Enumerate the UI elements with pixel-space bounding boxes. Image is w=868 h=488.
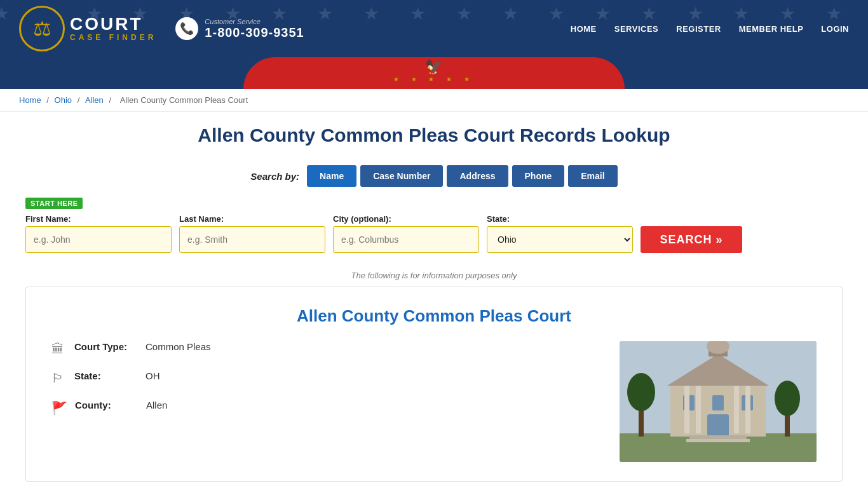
main-nav: HOME SERVICES REGISTER MEMBER HELP LOGIN <box>571 24 849 34</box>
first-name-label: First Name: <box>25 214 172 224</box>
tab-email[interactable]: Email <box>568 165 617 187</box>
court-details-row: 🏛 Court Type: Common Pleas 🏳 State: OH 🚩… <box>51 341 817 462</box>
cs-label: Customer Service <box>205 18 304 25</box>
city-input[interactable] <box>333 226 479 253</box>
nav-register[interactable]: REGISTER <box>676 24 721 34</box>
info-note: The following is for information purpose… <box>25 271 843 280</box>
logo-sub-text: CASE FINDER <box>70 33 156 42</box>
first-name-input[interactable] <box>25 226 172 253</box>
court-county-value: Allen <box>146 400 167 410</box>
court-type-icon: 🏛 <box>51 342 67 356</box>
court-county-icon: 🚩 <box>51 400 67 416</box>
nav-home[interactable]: HOME <box>571 24 597 34</box>
svg-rect-16 <box>734 386 739 433</box>
last-name-input[interactable] <box>179 226 325 253</box>
tab-phone[interactable]: Phone <box>512 165 565 187</box>
logo-court-text: COURT <box>70 15 156 33</box>
tab-address[interactable]: Address <box>447 165 508 187</box>
page-title: Allen County Common Pleas Court Records … <box>25 125 843 146</box>
court-county-item: 🚩 County: Allen <box>51 400 600 416</box>
svg-rect-17 <box>745 386 750 433</box>
svg-rect-11 <box>712 395 724 410</box>
last-name-group: Last Name: <box>179 214 325 253</box>
cs-phone: 1-800-309-9351 <box>205 25 304 40</box>
site-header: COURT CASE FINDER 📞 Customer Service 1-8… <box>0 0 868 57</box>
first-name-group: First Name: <box>25 214 172 253</box>
main-content: Allen County Common Pleas Court Records … <box>0 112 868 488</box>
svg-rect-15 <box>696 386 701 433</box>
svg-rect-13 <box>707 414 729 437</box>
eagle-icon: 🦅 <box>375 59 493 76</box>
svg-rect-19 <box>686 439 750 442</box>
svg-point-3 <box>627 373 655 411</box>
svg-rect-14 <box>684 386 689 433</box>
breadcrumb-sep-1: / <box>46 95 51 105</box>
breadcrumb: Home / Ohio / Allen / Allen County Commo… <box>0 89 868 112</box>
stars-bottom-row: ★ ★ ★ ★ ★ <box>375 76 493 83</box>
court-county-label: County: <box>75 400 139 410</box>
eagle-badge: ★ ★ ★ ★ ★ ★ 🦅 ★ ★ ★ ★ ★ <box>375 57 493 83</box>
svg-rect-18 <box>689 435 747 439</box>
court-state-icon: 🏳 <box>51 371 67 386</box>
search-button[interactable]: SEARCH » <box>641 226 742 253</box>
breadcrumb-allen[interactable]: Allen <box>85 95 104 105</box>
breadcrumb-sep-2: / <box>78 95 82 105</box>
state-label: State: <box>487 214 633 224</box>
nav-login[interactable]: LOGIN <box>821 24 849 34</box>
start-here-badge: START HERE <box>25 198 83 209</box>
city-group: City (optional): <box>333 214 479 253</box>
courthouse-svg <box>620 341 817 462</box>
breadcrumb-current: Allen County Common Pleas Court <box>120 95 248 105</box>
city-label: City (optional): <box>333 214 479 224</box>
breadcrumb-ohio[interactable]: Ohio <box>55 95 72 105</box>
state-select[interactable]: Ohio Alabama Alaska Arizona Arkansas Cal… <box>487 226 633 253</box>
breadcrumb-home[interactable]: Home <box>19 95 41 105</box>
nav-services[interactable]: SERVICES <box>614 24 659 34</box>
tab-name[interactable]: Name <box>307 165 356 187</box>
last-name-label: Last Name: <box>179 214 325 224</box>
court-state-item: 🏳 State: OH <box>51 370 600 386</box>
court-state-label: State: <box>74 370 138 381</box>
state-group: State: Ohio Alabama Alaska Arizona Arkan… <box>487 214 633 253</box>
logo-text: COURT CASE FINDER <box>70 15 156 42</box>
search-form-area: START HERE First Name: Last Name: City (… <box>25 197 843 259</box>
nav-member-help[interactable]: MEMBER HELP <box>739 24 804 34</box>
court-info-card: Allen County Common Pleas Court 🏛 Court … <box>25 287 843 482</box>
tab-case-number[interactable]: Case Number <box>360 165 443 187</box>
logo-circle-icon <box>19 6 65 51</box>
header-ribbon: ★ ★ ★ ★ ★ ★ 🦅 ★ ★ ★ ★ ★ <box>0 57 868 89</box>
logo-area: COURT CASE FINDER <box>19 6 156 51</box>
search-by-row: Search by: Name Case Number Address Phon… <box>25 165 843 187</box>
court-state-value: OH <box>146 370 160 381</box>
court-type-item: 🏛 Court Type: Common Pleas <box>51 341 600 356</box>
search-by-label: Search by: <box>250 171 299 182</box>
form-row: First Name: Last Name: City (optional): … <box>25 214 843 253</box>
breadcrumb-sep-3: / <box>109 95 113 105</box>
court-card-title: Allen County Common Pleas Court <box>51 306 817 326</box>
cs-text: Customer Service 1-800-309-9351 <box>205 18 304 40</box>
court-type-value: Common Pleas <box>146 341 211 352</box>
customer-service-area: 📞 Customer Service 1-800-309-9351 <box>175 17 304 40</box>
court-image <box>620 341 817 462</box>
phone-icon: 📞 <box>175 17 198 40</box>
svg-point-5 <box>775 381 800 416</box>
court-details-left: 🏛 Court Type: Common Pleas 🏳 State: OH 🚩… <box>51 341 600 462</box>
court-type-label: Court Type: <box>74 341 138 352</box>
